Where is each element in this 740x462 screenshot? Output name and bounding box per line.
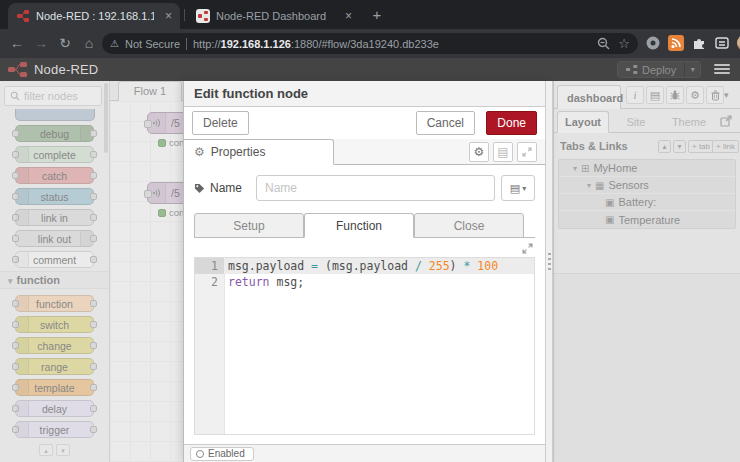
dashboard-favicon — [196, 9, 210, 23]
warning-icon: ⚠ — [110, 38, 119, 49]
node-description-doc-icon[interactable]: ▤ — [493, 142, 513, 162]
enabled-label: Enabled — [208, 448, 245, 460]
line-number: 1 — [195, 258, 224, 274]
dialog-tab-row: ⚙ Properties ⚙ ▤ — [184, 139, 545, 165]
nodered-favicon — [16, 9, 30, 23]
deploy-button[interactable]: Deploy ▾ — [617, 61, 701, 78]
bookmark-star-icon[interactable]: ☆ — [618, 36, 630, 51]
enabled-toggle-button[interactable]: Enabled — [190, 447, 254, 461]
workspace: filter nodes debug complete — [0, 81, 740, 462]
delete-button[interactable]: Delete — [192, 111, 249, 135]
tab-list-icon[interactable] — [714, 35, 730, 51]
tray-resize-handle[interactable] — [545, 81, 553, 462]
extensions-puzzle-icon[interactable] — [691, 35, 707, 51]
browser-tab-dashboard[interactable]: Node-RED Dashboard × — [188, 3, 360, 29]
dialog-body: Name ▤ ▾ Setup Function Close — [184, 165, 545, 444]
tab-title: Node-RED : 192.168.1.126 — [36, 10, 154, 22]
code-lines: 1msg.payload = (msg.payload / 255) * 100… — [195, 258, 534, 290]
security-label[interactable]: Not Secure — [125, 38, 180, 50]
expand-editor-icon[interactable] — [522, 243, 533, 254]
url-scheme: http:// — [193, 38, 221, 50]
code-editor[interactable]: 1msg.payload = (msg.payload / 255) * 100… — [194, 257, 535, 435]
deploy-icon — [626, 65, 638, 74]
done-button[interactable]: Done — [486, 111, 537, 135]
tab-properties[interactable]: ⚙ Properties — [184, 139, 334, 165]
dialog-title: Edit function node — [184, 81, 545, 107]
function-editor-tabs: Setup Function Close — [194, 213, 535, 238]
url-text: http://192.168.1.126:1880/#flow/3da19240… — [193, 38, 439, 50]
browser-tab-strip: Node-RED : 192.168.1.126 × Node-RED Dash… — [0, 0, 740, 29]
code-text[interactable]: return msg; — [224, 274, 304, 290]
gear-icon: ⚙ — [194, 145, 205, 159]
label-book-button[interactable]: ▤ ▾ — [501, 175, 535, 201]
url-host: 192.168.1.126 — [221, 38, 291, 50]
deploy-options-caret[interactable]: ▾ — [684, 62, 700, 77]
tab-close[interactable]: Close — [414, 213, 524, 238]
properties-tab-label: Properties — [211, 145, 266, 159]
tab-setup[interactable]: Setup — [194, 213, 304, 238]
address-bar[interactable]: ⚠ Not Secure http://192.168.1.126:1880/#… — [102, 33, 638, 54]
main-menu-icon[interactable] — [714, 64, 730, 75]
tab-close-icon[interactable]: × — [345, 9, 352, 23]
line-number: 2 — [195, 274, 224, 290]
resize-grip — [548, 253, 551, 273]
book-icon: ▤ — [510, 182, 520, 195]
dialog-footer: Enabled — [184, 444, 545, 462]
name-row: Name ▤ ▾ — [194, 175, 535, 201]
name-label: Name — [194, 181, 250, 195]
code-text[interactable]: msg.payload = (msg.payload / 255) * 100 — [224, 258, 498, 274]
editor-toolbar — [194, 240, 533, 256]
app-title: Node-RED — [34, 62, 98, 77]
enabled-circle-icon — [196, 450, 204, 458]
nodered-logo — [8, 62, 28, 77]
zoom-icon[interactable] — [597, 37, 610, 50]
address-divider — [186, 38, 187, 50]
code-line[interactable]: 2return msg; — [195, 274, 534, 290]
tab-title: Node-RED Dashboard — [216, 10, 326, 22]
forward-icon[interactable]: → — [32, 34, 50, 52]
browser-toolbar: ← → ↻ ⌂ ⚠ Not Secure http://192.168.1.12… — [0, 29, 740, 58]
deploy-label: Deploy — [642, 64, 676, 76]
expand-dialog-icon[interactable] — [517, 142, 537, 162]
code-line[interactable]: 1msg.payload = (msg.payload / 255) * 100 — [195, 258, 534, 274]
application-window: Node-RED : 192.168.1.126 × Node-RED Dash… — [0, 0, 740, 462]
nodered-header: Node-RED Deploy ▾ — [0, 58, 740, 81]
reload-icon[interactable]: ↻ — [56, 34, 74, 52]
extension-circle-icon[interactable] — [645, 35, 661, 51]
dialog-button-row: Delete Cancel Done — [184, 107, 545, 139]
back-icon[interactable]: ← — [8, 34, 26, 52]
new-tab-button[interactable]: + — [368, 6, 386, 24]
browser-tab-nodered[interactable]: Node-RED : 192.168.1.126 × — [8, 3, 180, 29]
cancel-button[interactable]: Cancel — [416, 111, 475, 135]
caret-down-icon: ▾ — [522, 184, 526, 193]
edit-dialog-tray: Edit function node Delete Cancel Done ⚙ … — [183, 81, 553, 462]
tab-close-icon[interactable]: × — [165, 9, 172, 23]
name-input[interactable] — [256, 175, 495, 201]
node-settings-gear-icon[interactable]: ⚙ — [469, 142, 489, 162]
tab-separator — [184, 9, 185, 21]
tag-icon — [194, 183, 205, 194]
url-path: :1880/#flow/3da19240.db233e — [291, 38, 439, 50]
home-icon[interactable]: ⌂ — [80, 34, 98, 52]
rss-extension-icon[interactable] — [668, 35, 684, 51]
tab-function[interactable]: Function — [304, 213, 414, 238]
